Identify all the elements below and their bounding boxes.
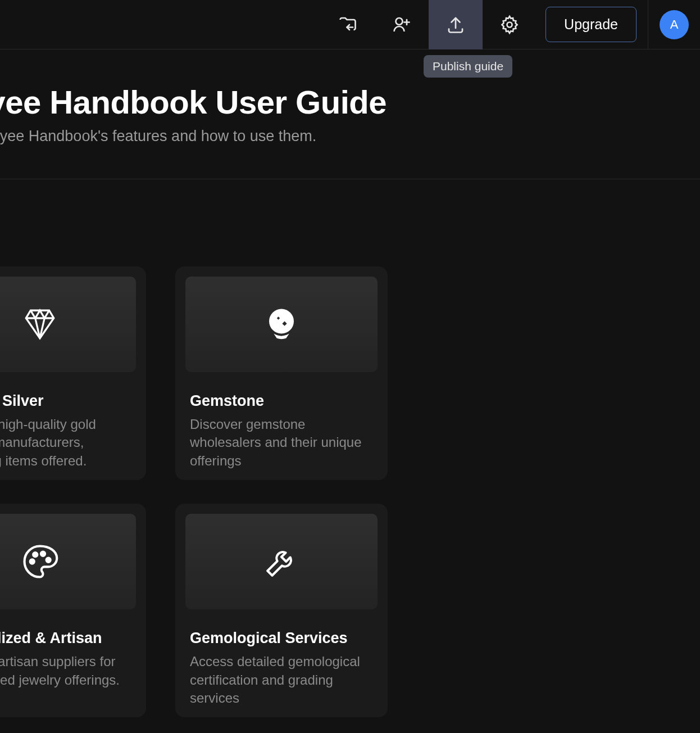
topbar: Upgrade A [0, 0, 700, 49]
wrench-icon [263, 543, 300, 580]
svg-point-3 [507, 22, 512, 27]
card-image [185, 277, 378, 372]
card-gemstone[interactable]: Gemstone Discover gemstone wholesalers a… [175, 266, 388, 480]
svg-point-4 [269, 309, 294, 334]
card-desc: Explore high-quality gold jewelry manufa… [0, 415, 136, 470]
card-desc: Discover gemstone wholesalers and their … [190, 415, 378, 470]
crystal-ball-icon [263, 306, 300, 343]
svg-point-6 [33, 553, 37, 556]
card-image [185, 514, 378, 609]
svg-point-0 [396, 18, 403, 25]
settings-button[interactable] [483, 0, 537, 49]
diamond-icon [21, 306, 58, 343]
user-plus-icon [392, 15, 412, 35]
card-row: ones of e jewelry, naterials. Gold & Sil… [0, 266, 700, 480]
upload-icon [446, 15, 466, 35]
folder-swap-icon [338, 15, 358, 35]
avatar[interactable]: A [660, 10, 689, 39]
card-title: Gemological Services [190, 630, 378, 647]
card-specialized-artisan[interactable]: Specialized & Artisan Explore artisan su… [0, 504, 146, 717]
card-gemological-services[interactable]: Gemological Services Access detailed gem… [175, 504, 388, 717]
publish-button[interactable] [429, 0, 483, 49]
card-title: Gold & Silver [0, 392, 136, 410]
card-row: pieces ls. Specialized & Artisan Explore… [0, 504, 700, 717]
card-gold-silver[interactable]: Gold & Silver Explore high-quality gold … [0, 266, 146, 480]
upgrade-button[interactable]: Upgrade [546, 7, 637, 42]
page-subtitle: erview of Adler's Employee Handbook's fe… [0, 128, 700, 145]
gear-icon [499, 15, 520, 35]
page-header: r's Employee Handbook User Guide erview … [0, 49, 700, 179]
svg-point-5 [30, 560, 34, 564]
card-desc: Explore artisan suppliers for specialize… [0, 653, 136, 689]
card-image [0, 277, 136, 372]
palette-icon [21, 543, 58, 580]
folder-swap-button[interactable] [321, 0, 375, 49]
svg-point-7 [41, 552, 45, 556]
card-desc: Access detailed gemological certificatio… [190, 653, 378, 707]
cards-grid: ones of e jewelry, naterials. Gold & Sil… [0, 179, 700, 717]
divider [648, 0, 648, 49]
card-title: Specialized & Artisan [0, 630, 136, 647]
card-image [0, 514, 136, 609]
publish-tooltip: Publish guide [424, 55, 512, 78]
page-title: r's Employee Handbook User Guide [0, 83, 700, 121]
add-user-button[interactable] [375, 0, 429, 49]
svg-point-8 [47, 558, 51, 562]
card-title: Gemstone [190, 392, 378, 410]
